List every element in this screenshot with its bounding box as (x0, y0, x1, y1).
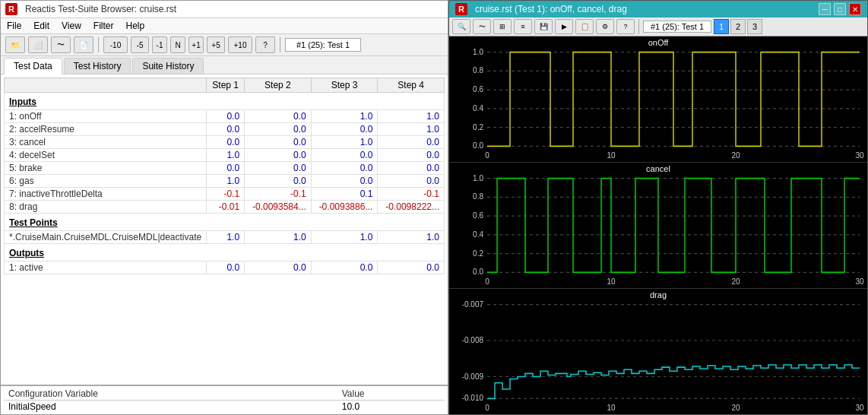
table-row: 4: decelSet 1.0 0.0 0.0 0.0 (5, 149, 445, 162)
plus1-button[interactable]: +1 (188, 36, 204, 53)
svg-text:30: 30 (855, 277, 863, 286)
col-header-step1: Step 1 (207, 78, 245, 93)
right-sep (638, 19, 639, 34)
menu-filter[interactable]: Filter (92, 20, 116, 32)
menu-edit[interactable]: Edit (32, 20, 51, 32)
right-save-button[interactable]: 💾 (534, 19, 553, 34)
data-table-area: Step 1 Step 2 Step 3 Step 4 Inputs 1: on… (1, 74, 448, 385)
col-header-empty (5, 78, 207, 93)
tab-test-data[interactable]: Test Data (4, 58, 62, 74)
cell-val: 1.0 (245, 231, 312, 244)
charts-area: onOff 1.0 0.8 0.6 0.4 0.2 0.0 0 (449, 36, 867, 414)
row-label: 5: brake (5, 162, 207, 175)
chart-onoff-title: onOff (648, 38, 669, 47)
cell-val: -0.01 (207, 201, 245, 214)
cell-val: -0.1 (378, 188, 445, 201)
svg-text:-0.007: -0.007 (462, 300, 484, 309)
chart-cancel-title: cancel (646, 164, 670, 173)
row-label: 2: accelResume (5, 123, 207, 136)
ellipsis-button[interactable]: ⬜ (28, 36, 48, 53)
tab-test-history[interactable]: Test History (64, 58, 131, 74)
col-header-step3: Step 3 (311, 78, 378, 93)
outputs-header: Outputs (5, 244, 445, 261)
open-folder-button[interactable]: 📁 (5, 36, 25, 53)
n-button[interactable]: N (170, 36, 185, 53)
sep2 (280, 37, 280, 52)
minus10-button[interactable]: -10 (103, 36, 128, 53)
minimize-button[interactable]: ─ (819, 3, 831, 15)
cell-val: 0.0 (245, 136, 312, 149)
cell-val: 0.0 (311, 175, 378, 188)
menu-file[interactable]: File (5, 20, 23, 32)
maximize-button[interactable]: □ (834, 3, 846, 15)
svg-text:20: 20 (731, 277, 740, 286)
chart-cancel: cancel 1.0 0.8 0.6 0.4 0.2 0.0 0 10 20 3… (449, 163, 867, 289)
config-var: InitialSpeed (4, 401, 337, 413)
svg-text:-0.009: -0.009 (462, 372, 484, 380)
svg-rect-34 (449, 289, 867, 414)
right-list-button[interactable]: ≡ (514, 19, 532, 34)
right-help-button[interactable]: ? (616, 19, 635, 34)
config-row: InitialSpeed 10.0 (4, 401, 445, 413)
cell-val: 0.1 (311, 188, 378, 201)
cell-val: 0.0 (378, 261, 445, 274)
config-col-val: Value (337, 388, 445, 401)
right-settings-button[interactable]: ⚙ (596, 19, 614, 34)
window-controls: ─ □ ✕ (819, 3, 861, 15)
cell-val: 1.0 (207, 175, 245, 188)
svg-text:20: 20 (731, 404, 740, 412)
cell-val: -0.0093886... (311, 201, 378, 214)
num-btn-3[interactable]: 3 (747, 19, 762, 34)
tab-suite-history[interactable]: Suite History (132, 58, 204, 74)
help-button[interactable]: ? (255, 36, 275, 53)
menu-help[interactable]: Help (125, 20, 147, 32)
right-grid-button[interactable]: ⊞ (493, 19, 512, 34)
cell-val: 0.0 (311, 162, 378, 175)
app-title: Reactis Test-Suite Browser: cruise.rst (25, 4, 176, 14)
svg-text:0.6: 0.6 (473, 85, 483, 93)
minus1-button[interactable]: -1 (152, 36, 167, 53)
config-table: Configuration Variable Value InitialSpee… (4, 388, 445, 413)
inputs-header: Inputs (5, 93, 445, 110)
svg-text:0.8: 0.8 (473, 192, 483, 201)
config-col-var: Configuration Variable (4, 388, 337, 401)
table-row: 8: drag -0.01 -0.0093584... -0.0093886..… (5, 201, 445, 214)
col-header-step4: Step 4 (378, 78, 445, 93)
right-play-button[interactable]: ▶ (555, 19, 573, 34)
right-app-logo: R (455, 3, 467, 15)
cell-val: 1.0 (311, 231, 378, 244)
tabs: Test Data Test History Suite History (1, 56, 448, 74)
menu-view[interactable]: View (60, 20, 83, 32)
chart-onoff: onOff 1.0 0.8 0.6 0.4 0.2 0.0 0 (449, 36, 867, 163)
right-copy-button[interactable]: 📋 (575, 19, 594, 34)
right-search-button[interactable]: 🔍 (452, 19, 470, 34)
num-btn-1[interactable]: 1 (714, 19, 729, 34)
cell-val: 0.0 (207, 110, 245, 123)
row-label: 8: drag (5, 201, 207, 214)
cell-val: 1.0 (378, 110, 445, 123)
plus5-button[interactable]: +5 (207, 36, 225, 53)
close-button[interactable]: ✕ (849, 3, 861, 15)
right-wave-button[interactable]: 〜 (473, 19, 491, 34)
right-window-title: cruise.rst (Test 1): onOff, cancel, drag (475, 4, 627, 14)
cell-val: 0.0 (378, 136, 445, 149)
table-row: 7: inactiveThrottleDelta -0.1 -0.1 0.1 -… (5, 188, 445, 201)
waveform-button[interactable]: 〜 (51, 36, 71, 53)
plus10-button[interactable]: +10 (228, 36, 252, 53)
config-area: Configuration Variable Value InitialSpee… (1, 385, 448, 414)
chart-cancel-svg: 1.0 0.8 0.6 0.4 0.2 0.0 0 10 20 30 (449, 163, 867, 288)
chart-drag-title: drag (650, 290, 667, 299)
col-header-step2: Step 2 (245, 78, 312, 93)
cell-val: 1.0 (311, 110, 378, 123)
document-button[interactable]: 📄 (74, 36, 93, 53)
svg-text:-0.010: -0.010 (462, 394, 484, 402)
cell-val: 0.0 (207, 136, 245, 149)
cell-val: 1.0 (207, 149, 245, 162)
minus5-button[interactable]: -5 (131, 36, 149, 53)
svg-text:10: 10 (607, 404, 615, 412)
table-row: 3: cancel 0.0 0.0 1.0 0.0 (5, 136, 445, 149)
cell-val: 0.0 (245, 123, 312, 136)
toolbar: 📁 ⬜ 〜 📄 -10 -5 -1 N +1 +5 +10 ? #1 (25):… (1, 34, 448, 56)
num-btn-2[interactable]: 2 (730, 19, 746, 34)
svg-text:20: 20 (731, 151, 740, 160)
